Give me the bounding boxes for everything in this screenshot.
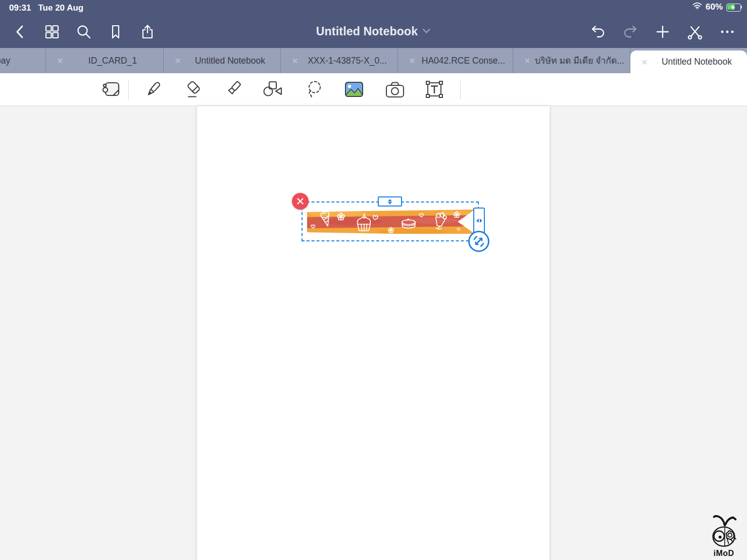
scissors-button[interactable]	[687, 24, 703, 40]
document-canvas: iMoD	[0, 106, 747, 560]
eraser-tool[interactable]	[183, 78, 206, 100]
highlighter-tool[interactable]	[223, 78, 245, 100]
tab-xxx-document[interactable]: × XXX-1-43875-X_0...	[281, 48, 398, 73]
status-date: Tue 20 Aug	[38, 3, 83, 13]
page-title: Untitled Notebook	[316, 25, 418, 38]
more-options-button[interactable]	[719, 24, 735, 40]
vertical-resize-handle[interactable]	[378, 196, 402, 207]
tab-close-icon[interactable]: ×	[407, 56, 417, 66]
tools-toolbar	[0, 73, 747, 106]
tab-untitled-notebook-active[interactable]: × Untitled Notebook	[630, 50, 747, 73]
undo-button[interactable]	[590, 24, 606, 40]
tab-close-icon[interactable]: ×	[639, 57, 650, 67]
tab-label: HA042.RCE Conse...	[417, 56, 513, 66]
washi-tape-sticker[interactable]	[306, 209, 478, 236]
tab-label: Untitled Notebook	[650, 57, 747, 67]
bookmark-button[interactable]	[108, 24, 124, 40]
tab-close-icon[interactable]: ×	[173, 56, 183, 66]
chevron-down-icon	[422, 27, 431, 36]
add-page-button[interactable]	[655, 24, 671, 40]
rotate-resize-handle[interactable]	[468, 231, 489, 252]
tab-bar: pay × ID_CARD_1 × Untitled Notebook × XX…	[0, 48, 747, 73]
tab-close-icon[interactable]: ×	[522, 56, 532, 66]
horizontal-resize-handle[interactable]	[473, 208, 485, 234]
thumbnails-grid-button[interactable]	[44, 24, 60, 40]
tab-id-card-1[interactable]: × ID_CARD_1	[46, 48, 164, 73]
tab-label: pay	[0, 56, 45, 66]
tab-label: Untitled Notebook	[183, 56, 280, 66]
image-tool[interactable]	[343, 78, 365, 100]
pen-tool[interactable]	[142, 78, 164, 100]
lasso-tool[interactable]	[303, 78, 325, 100]
notebook-title[interactable]: Untitled Notebook	[316, 15, 431, 48]
tab-thai-company[interactable]: × บริษัท มด มีเดีย จำกัด...	[513, 48, 630, 73]
tab-close-icon[interactable]: ×	[55, 56, 65, 66]
tab-ha042-consent[interactable]: × HA042.RCE Conse...	[398, 48, 513, 73]
top-bar: 09:31 Tue 20 Aug 60%	[0, 0, 747, 48]
search-button[interactable]	[76, 24, 92, 40]
imod-watermark-label: iMoD	[707, 549, 740, 558]
back-button[interactable]	[12, 24, 28, 40]
nav-bar: Untitled Notebook	[0, 15, 747, 48]
status-bar: 09:31 Tue 20 Aug 60%	[0, 0, 747, 15]
text-tool[interactable]	[423, 78, 445, 100]
imod-logo-icon	[708, 512, 739, 548]
battery-icon	[726, 4, 742, 11]
tab-close-icon[interactable]: ×	[290, 56, 300, 66]
tab-pay[interactable]: pay	[0, 48, 46, 73]
tab-untitled-notebook-1[interactable]: × Untitled Notebook	[164, 48, 281, 73]
status-time: 09:31	[9, 3, 31, 13]
redo-button[interactable]	[622, 24, 638, 40]
toolbar-separator	[128, 80, 129, 99]
share-button[interactable]	[139, 24, 156, 40]
camera-tool[interactable]	[384, 78, 406, 100]
tab-label: XXX-1-43875-X_0...	[300, 56, 397, 66]
battery-percent: 60%	[706, 2, 723, 12]
zoom-window-tool[interactable]	[100, 78, 122, 100]
wifi-icon	[692, 2, 702, 12]
delete-selection-button[interactable]	[292, 193, 309, 210]
tab-label: ID_CARD_1	[65, 56, 163, 66]
toolbar-separator	[460, 80, 461, 99]
imod-watermark: iMoD	[707, 512, 740, 558]
tab-label: บริษัท มด มีเดีย จำกัด...	[532, 54, 630, 68]
notebook-page[interactable]	[197, 106, 550, 560]
shapes-tool[interactable]	[262, 78, 284, 100]
